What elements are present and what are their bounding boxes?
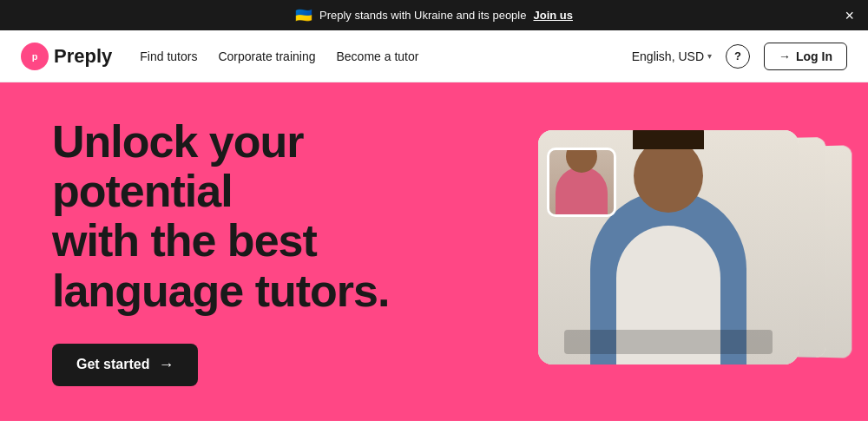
tutor-cards	[538, 130, 833, 373]
nav-become-tutor[interactable]: Become a tutor	[336, 49, 418, 63]
language-label: English, USD	[632, 49, 704, 63]
cta-label: Get started	[76, 357, 149, 372]
logo-text: Preply	[54, 45, 112, 68]
nav-corporate-training[interactable]: Corporate training	[218, 49, 315, 63]
tutor-card-main	[538, 130, 799, 364]
keyboard-icon	[564, 330, 773, 354]
announcement-banner: 🇺🇦 Preply stands with Ukraine and its pe…	[0, 0, 868, 30]
chevron-down-icon: ▾	[707, 51, 712, 61]
login-icon: →	[779, 49, 791, 63]
main-nav: p Preply Find tutors Corporate training …	[0, 30, 868, 82]
banner-text: Preply stands with Ukraine and its peopl…	[319, 9, 526, 22]
hero-images	[503, 82, 868, 421]
get-started-button[interactable]: Get started →	[52, 344, 198, 386]
svg-text:p: p	[32, 51, 38, 62]
hero-section: Unlock your potential with the best lang…	[0, 82, 868, 421]
arrow-icon: →	[158, 356, 174, 374]
logo-icon: p	[21, 43, 49, 70]
nav-links: Find tutors Corporate training Become a …	[140, 49, 418, 63]
banner-join-link[interactable]: Join us	[533, 9, 573, 22]
nav-find-tutors[interactable]: Find tutors	[140, 49, 197, 63]
ukraine-flag-icon: 🇺🇦	[295, 7, 312, 23]
hero-text-block: Unlock your potential with the best lang…	[52, 117, 417, 386]
language-selector[interactable]: English, USD ▾	[632, 49, 712, 63]
logo[interactable]: p Preply	[21, 43, 112, 70]
stats-section: 32,000+ Experienced tutors 300,000+ 5-st…	[0, 421, 868, 440]
login-button[interactable]: → Log In	[764, 43, 847, 70]
hero-title: Unlock your potential with the best lang…	[52, 117, 417, 316]
banner-close-button[interactable]: ×	[845, 8, 854, 23]
login-label: Log In	[796, 49, 832, 63]
student-overlay-card	[547, 148, 616, 217]
help-button[interactable]: ?	[726, 44, 750, 69]
nav-right: English, USD ▾ ? → Log In	[632, 43, 847, 70]
